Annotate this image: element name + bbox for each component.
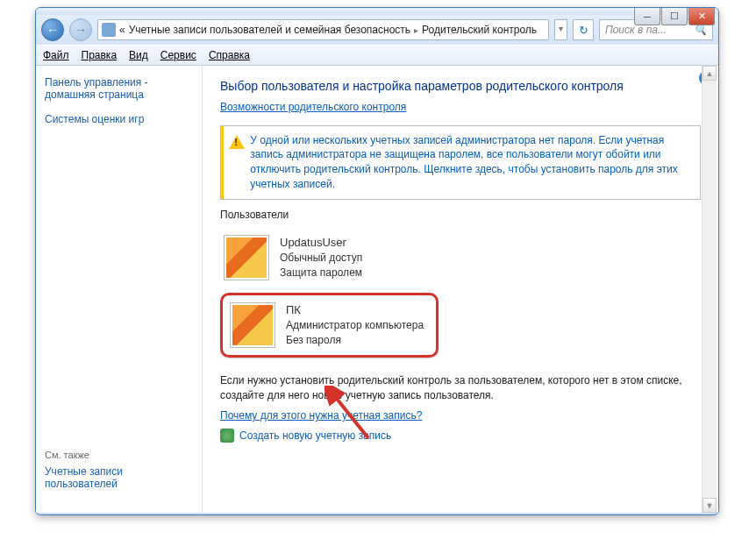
sidebar-cp-home[interactable]: Панель управления - домашняя страница <box>45 76 193 101</box>
left-pane: Панель управления - домашняя страница Си… <box>36 66 203 513</box>
sidebar-cp-home-line2: домашняя страница <box>45 89 144 101</box>
body: Панель управления - домашняя страница Си… <box>36 66 718 513</box>
window-controls: ─ ☐ ✕ <box>634 8 715 25</box>
nav-toolbar: ← → « Учетные записи пользователей и сем… <box>36 15 718 45</box>
breadcrumb-prefix: « <box>119 24 125 36</box>
users-icon <box>220 429 234 443</box>
user-row-pk[interactable]: ПК Администратор компьютера Без пароля <box>226 299 427 351</box>
menu-file[interactable]: Файл <box>43 49 69 61</box>
highlight-annotation: ПК Администратор компьютера Без пароля <box>220 293 439 358</box>
warning-icon <box>229 133 245 151</box>
users-label: Пользователи <box>220 209 701 221</box>
user-name: UpdatusUser <box>280 235 362 251</box>
right-pane: ? Выбор пользователя и настройка парамет… <box>203 66 718 513</box>
scroll-up-icon[interactable]: ▲ <box>703 66 717 81</box>
menu-help[interactable]: Справка <box>209 49 250 61</box>
menu-edit[interactable]: Правка <box>82 49 118 61</box>
close-button[interactable]: ✕ <box>688 8 715 25</box>
user-name: ПК <box>286 302 424 318</box>
see-also-label: См. также <box>45 450 193 460</box>
warning-box[interactable]: У одной или нескольких учетных записей а… <box>220 125 701 200</box>
user-role: Администратор компьютера <box>286 318 424 333</box>
menu-view[interactable]: Вид <box>129 49 148 61</box>
footer-text: Если нужно установить родительский контр… <box>220 373 701 403</box>
refresh-button[interactable]: ↻ <box>573 19 594 40</box>
forward-button[interactable]: → <box>69 18 92 41</box>
user-meta: ПК Администратор компьютера Без пароля <box>286 302 424 348</box>
warning-stripe <box>221 126 224 199</box>
create-account-link[interactable]: Создать новую учетную запись <box>220 429 701 443</box>
scrollbar[interactable]: ▲ ▼ <box>702 66 717 513</box>
dropdown-chevron-icon[interactable]: ▾ <box>554 19 567 40</box>
sidebar-user-accounts[interactable]: Учетные записи пользователей <box>45 465 193 490</box>
user-row-updatus[interactable]: UpdatusUser Обычный доступ Защита пароле… <box>220 231 701 284</box>
control-panel-icon <box>102 23 116 37</box>
capabilities-link[interactable]: Возможности родительского контроля <box>220 101 406 113</box>
avatar <box>230 302 275 348</box>
menubar: Файл Правка Вид Сервис Справка <box>36 45 718 66</box>
user-password-status: Без пароля <box>286 333 424 348</box>
chevron-right-icon: ▸ <box>414 25 418 35</box>
why-account-link[interactable]: Почему для этого нужна учетная запись? <box>220 409 701 422</box>
minimize-button[interactable]: ─ <box>634 8 660 25</box>
breadcrumb-part2[interactable]: Родительский контроль <box>422 24 537 36</box>
create-account-label: Создать новую учетную запись <box>239 429 391 442</box>
maximize-button[interactable]: ☐ <box>661 8 688 25</box>
user-meta: UpdatusUser Обычный доступ Защита пароле… <box>280 235 362 280</box>
user-password-status: Защита паролем <box>280 266 362 280</box>
breadcrumb-part1[interactable]: Учетные записи пользователей и семейная … <box>129 24 410 36</box>
menu-tools[interactable]: Сервис <box>160 49 196 61</box>
user-role: Обычный доступ <box>280 251 362 266</box>
warning-text[interactable]: У одной или нескольких учетных записей а… <box>250 126 700 199</box>
sidebar-cp-home-line1: Панель управления - <box>45 76 148 89</box>
page-title: Выбор пользователя и настройка параметро… <box>220 78 701 96</box>
back-button[interactable]: ← <box>41 18 64 41</box>
search-placeholder: Поиск в па... <box>605 24 667 36</box>
search-icon: 🔍 <box>694 24 707 36</box>
scroll-track[interactable] <box>703 81 717 498</box>
scroll-down-icon[interactable]: ▼ <box>703 498 717 513</box>
avatar <box>224 235 269 280</box>
titlebar <box>36 8 718 15</box>
breadcrumb[interactable]: « Учетные записи пользователей и семейна… <box>97 19 549 40</box>
control-panel-window: ─ ☐ ✕ ← → « Учетные записи пользователей… <box>35 7 719 515</box>
sidebar-game-ratings[interactable]: Системы оценки игр <box>45 113 193 125</box>
